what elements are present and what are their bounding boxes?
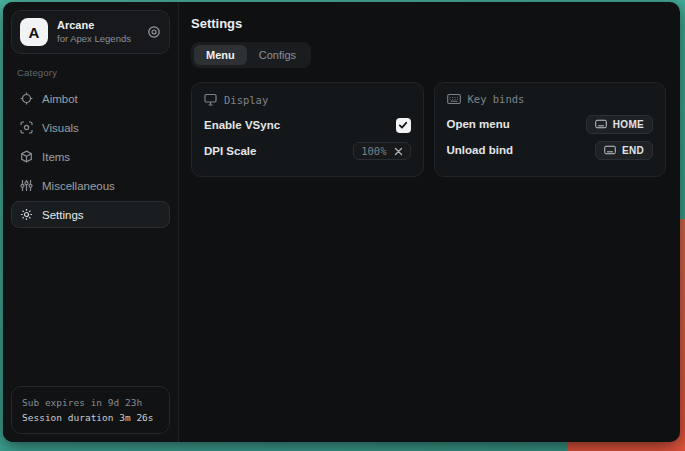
display-card: Display Enable VSync DPI Scale <box>191 82 424 177</box>
keybind-value: END <box>622 145 644 156</box>
sidebar-item-label: Visuals <box>42 122 79 134</box>
setting-label: Open menu <box>447 118 510 130</box>
dpi-scale-input[interactable]: 100% <box>353 142 410 160</box>
open-menu-keybind-button[interactable]: HOME <box>586 115 653 134</box>
sidebar-item-aimbot[interactable]: Aimbot <box>11 85 170 112</box>
keybinds-card-header: Key binds <box>447 93 654 105</box>
sidebar-item-visuals[interactable]: Visuals <box>11 114 170 141</box>
x-icon[interactable] <box>394 147 403 156</box>
setting-row-unload-bind: Unload bind END <box>447 137 654 163</box>
tab-menu[interactable]: Menu <box>194 45 247 65</box>
keybinds-card-title: Key binds <box>468 93 525 105</box>
package-icon <box>20 150 33 163</box>
keyboard-icon <box>604 145 616 155</box>
main-panel: Settings Menu Configs Display <box>179 2 680 442</box>
page-title: Settings <box>191 16 666 31</box>
setting-row-dpi: DPI Scale 100% <box>204 138 411 164</box>
keyboard-icon <box>595 119 607 129</box>
display-card-header: Display <box>204 93 411 106</box>
sidebar-nav: Aimbot Visuals Items <box>11 85 170 228</box>
app-name: Arcane <box>57 19 138 33</box>
monitor-icon <box>204 93 217 106</box>
check-icon <box>398 116 408 134</box>
keybinds-card: Key binds Open menu HOME <box>434 82 667 177</box>
sidebar-spacer <box>11 228 170 386</box>
settings-cards: Display Enable VSync DPI Scale <box>191 82 666 177</box>
sidebar-item-settings[interactable]: Settings <box>11 201 170 228</box>
sidebar-item-label: Miscellaneous <box>42 180 115 192</box>
app-subtitle: for Apex Legends <box>57 33 138 45</box>
setting-label: Unload bind <box>447 144 513 156</box>
display-card-title: Display <box>224 94 268 106</box>
sidebar: A Arcane for Apex Legends Category <box>3 2 179 442</box>
app-logo: A <box>20 18 48 46</box>
session-duration-text: Session duration 3m 26s <box>22 410 159 425</box>
gear-icon <box>20 208 33 221</box>
tab-bar: Menu Configs <box>191 42 311 68</box>
setting-label: Enable VSync <box>204 119 280 131</box>
scan-eye-icon <box>20 121 33 134</box>
crosshair-icon <box>20 92 33 105</box>
sidebar-item-label: Items <box>42 151 70 163</box>
unload-bind-keybind-button[interactable]: END <box>595 141 653 160</box>
overlay-window: A Arcane for Apex Legends Category <box>3 2 680 442</box>
sliders-icon <box>20 179 33 192</box>
app-header-card: A Arcane for Apex Legends <box>11 10 170 54</box>
setting-label: DPI Scale <box>204 145 256 157</box>
subscription-card: Sub expires in 9d 23h Session duration 3… <box>11 386 170 434</box>
sidebar-item-miscellaneous[interactable]: Miscellaneous <box>11 172 170 199</box>
sidebar-item-label: Aimbot <box>42 93 78 105</box>
sub-expiry-text: Sub expires in 9d 23h <box>22 395 159 410</box>
app-meta: Arcane for Apex Legends <box>57 19 138 45</box>
category-label: Category <box>17 67 164 78</box>
keyboard-icon <box>447 93 461 105</box>
sidebar-item-label: Settings <box>42 209 84 221</box>
setting-row-vsync: Enable VSync <box>204 112 411 138</box>
dpi-scale-value: 100% <box>361 145 386 157</box>
sidebar-item-items[interactable]: Items <box>11 143 170 170</box>
keybind-value: HOME <box>613 119 644 130</box>
tab-configs[interactable]: Configs <box>247 45 308 65</box>
vsync-checkbox[interactable] <box>396 118 411 133</box>
target-icon[interactable] <box>147 25 161 39</box>
setting-row-open-menu: Open menu HOME <box>447 111 654 137</box>
